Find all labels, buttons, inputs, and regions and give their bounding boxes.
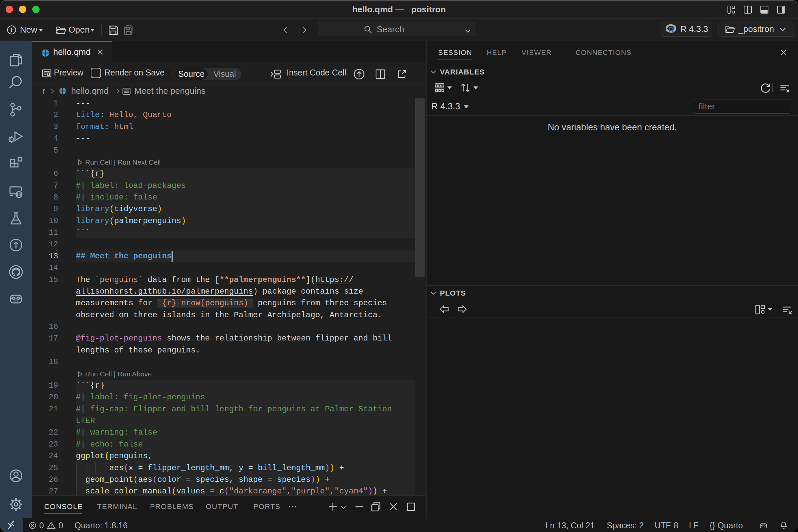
svg-text:R: R (668, 25, 674, 34)
